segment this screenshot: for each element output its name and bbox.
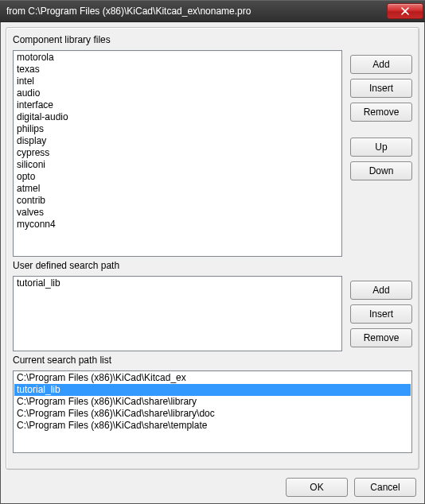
- list-item[interactable]: C:\Program Files (x86)\KiCad\share\libra…: [14, 396, 411, 408]
- list-item[interactable]: cypress: [14, 147, 341, 159]
- component-library-listbox[interactable]: motorolatexasintelaudiointerfacedigital-…: [13, 50, 342, 257]
- libs-add-button[interactable]: Add: [350, 55, 412, 74]
- list-item[interactable]: philips: [14, 123, 341, 135]
- libs-down-button[interactable]: Down: [350, 161, 412, 180]
- list-item[interactable]: motorola: [14, 52, 341, 64]
- list-item[interactable]: interface: [14, 99, 341, 111]
- ok-button[interactable]: OK: [286, 478, 348, 497]
- list-item[interactable]: digital-audio: [14, 111, 341, 123]
- list-item[interactable]: intel: [14, 76, 341, 87]
- libs-up-button[interactable]: Up: [350, 138, 412, 157]
- search-path-list-label: Current search path list: [13, 355, 412, 366]
- list-item[interactable]: myconn4: [14, 219, 341, 231]
- user-path-label: User defined search path: [13, 260, 412, 271]
- list-item[interactable]: valves: [14, 207, 341, 219]
- list-item[interactable]: C:\Program Files (x86)\KiCad\Kitcad_ex: [14, 372, 411, 384]
- list-item[interactable]: texas: [14, 64, 341, 76]
- main-panel: Component library files motorolatexasint…: [6, 27, 419, 470]
- userpath-insert-button[interactable]: Insert: [350, 304, 412, 324]
- list-item[interactable]: C:\Program Files (x86)\KiCad\share\libra…: [14, 408, 411, 420]
- client-area: Component library files motorolatexasint…: [0, 22, 425, 504]
- list-item[interactable]: tutorial_lib: [14, 384, 411, 396]
- list-item[interactable]: audio: [14, 87, 341, 99]
- list-item[interactable]: tutorial_lib: [14, 277, 341, 289]
- close-button[interactable]: [387, 3, 423, 19]
- list-item[interactable]: atmel: [14, 183, 341, 195]
- cancel-button[interactable]: Cancel: [354, 478, 416, 497]
- libs-insert-button[interactable]: Insert: [350, 79, 412, 98]
- list-item[interactable]: C:\Program Files (x86)\KiCad\share\templ…: [14, 420, 411, 432]
- list-item[interactable]: opto: [14, 171, 341, 183]
- list-item[interactable]: display: [14, 135, 341, 147]
- dialog-window: from C:\Program Files (x86)\KiCad\Kitcad…: [0, 0, 425, 504]
- window-title: from C:\Program Files (x86)\KiCad\Kitcad…: [6, 6, 387, 17]
- search-path-listbox[interactable]: C:\Program Files (x86)\KiCad\Kitcad_extu…: [13, 370, 412, 453]
- libs-remove-button[interactable]: Remove: [350, 103, 412, 122]
- userpath-remove-button[interactable]: Remove: [350, 328, 412, 347]
- titlebar[interactable]: from C:\Program Files (x86)\KiCad\Kitcad…: [0, 0, 425, 22]
- list-item[interactable]: contrib: [14, 195, 341, 207]
- user-path-listbox[interactable]: tutorial_lib: [13, 276, 342, 351]
- component-library-label: Component library files: [13, 34, 412, 45]
- dialog-footer: OK Cancel: [6, 475, 419, 498]
- list-item[interactable]: siliconi: [14, 159, 341, 171]
- close-icon: [401, 7, 409, 15]
- userpath-add-button[interactable]: Add: [350, 281, 412, 300]
